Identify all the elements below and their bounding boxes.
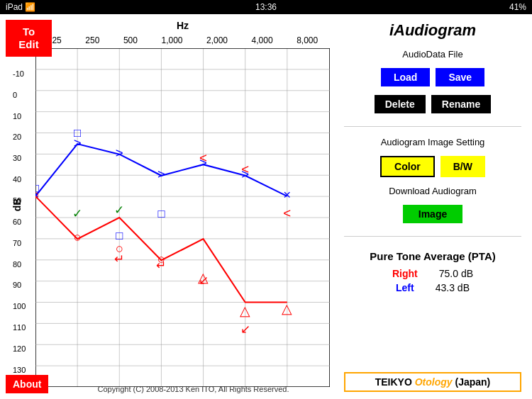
left-no-resp-500[interactable]: ↵ (114, 252, 124, 266)
masking-500[interactable]: ✓ (114, 203, 124, 217)
left-no-resp-2000[interactable]: ↙ (199, 274, 209, 287)
audiogram-chart[interactable]: × > > > > > × ○ ○ ○ (35, 48, 330, 387)
teikyo-bar: TEIKYO Otology (Japan) (344, 372, 521, 392)
status-left: iPad 📶 (6, 2, 35, 12)
hz-label: Hz (35, 20, 330, 31)
pta-title: Pure Tone Average (PTA) (344, 250, 521, 262)
app-title: iAudiogram (344, 21, 521, 40)
left-ac-4000[interactable]: △ (240, 303, 250, 318)
to-edit-button[interactable]: To Edit (6, 20, 52, 57)
right-ac-500[interactable]: > (116, 145, 123, 160)
japan-text: (Japan) (455, 376, 491, 388)
download-label: Download Audiogram (344, 186, 521, 196)
audiodata-label: AudioData File (344, 49, 521, 60)
right-bc-125[interactable]: □ (35, 181, 39, 195)
teikyo-text: TEIKYO (375, 376, 412, 388)
load-button[interactable]: Load (381, 68, 430, 86)
status-battery: 41% (509, 2, 526, 12)
divider-1 (344, 126, 521, 127)
status-time: 13:36 (255, 2, 277, 12)
left-bc-8000[interactable]: < (283, 206, 291, 220)
color-bw-row: Color B/W (344, 156, 521, 177)
masking-250[interactable]: ✓ (72, 207, 82, 220)
copyright-text: Copyright (C) 2008-2013 Ken ITO, All Rig… (57, 385, 330, 393)
right-ac-8000[interactable]: × (283, 187, 291, 202)
hz-4000: 4,000 (252, 35, 273, 45)
about-button[interactable]: About (6, 375, 48, 393)
main-content: To Edit Hz 125 250 500 1,000 2,000 4,000… (0, 14, 532, 399)
right-bc-500[interactable]: □ (116, 229, 123, 242)
image-button[interactable]: Image (403, 205, 462, 223)
save-button[interactable]: Save (436, 68, 484, 86)
audiogram-wrapper: Hz 125 250 500 1,000 2,000 4,000 8,000 d… (35, 35, 330, 374)
image-row: Image (344, 205, 521, 223)
delete-button[interactable]: Delete (375, 95, 426, 113)
pta-section: Pure Tone Average (PTA) Right 75.0 dB Le… (344, 250, 521, 296)
right-ac-1000[interactable]: > (157, 167, 165, 181)
image-setting-label: Audiogram Image Setting (344, 137, 521, 147)
left-no-resp-4000[interactable]: ↙ (240, 322, 250, 336)
left-ac-8000[interactable]: △ (282, 301, 292, 316)
status-bar: iPad 📶 13:36 41% (0, 0, 532, 14)
load-save-row: Load Save (344, 68, 521, 86)
rename-button[interactable]: Rename (431, 95, 491, 113)
hz-axis: 125 250 500 1,000 2,000 4,000 8,000 (35, 35, 330, 45)
color-button[interactable]: Color (380, 156, 435, 177)
hz-1000: 1,000 (161, 35, 182, 45)
pta-right-value: 75.0 dB (439, 268, 473, 279)
pta-left-row: Left 43.3 dB (344, 282, 521, 293)
left-ac-250[interactable]: ○ (74, 230, 82, 245)
right-bc-1000[interactable]: □ (157, 207, 165, 220)
left-no-resp-1000[interactable]: ↵ (156, 259, 166, 272)
bw-button[interactable]: B/W (440, 156, 485, 177)
left-bc-4000[interactable]: < (241, 162, 249, 176)
left-panel: To Edit Hz 125 250 500 1,000 2,000 4,000… (0, 14, 333, 399)
pta-right-label: Right (392, 268, 418, 279)
pta-left-value: 43.3 dB (436, 282, 470, 293)
hz-250: 250 (85, 35, 99, 45)
db-axis: -20 -10 0 10 20 30 40 50 60 70 80 90 100… (13, 48, 26, 374)
divider-2 (344, 236, 521, 237)
hz-8000: 8,000 (297, 35, 318, 45)
left-bc-2000[interactable]: < (199, 150, 207, 165)
right-panel: iAudiogram AudioData File Load Save Dele… (333, 14, 532, 399)
hz-2000: 2,000 (206, 35, 228, 45)
hz-500: 500 (123, 35, 138, 45)
pta-left-label: Left (396, 282, 414, 293)
pta-right-row: Right 75.0 dB (344, 268, 521, 279)
delete-rename-row: Delete Rename (344, 95, 521, 113)
otology-text: Otology (415, 376, 453, 388)
right-bc-250[interactable]: □ (74, 126, 81, 140)
